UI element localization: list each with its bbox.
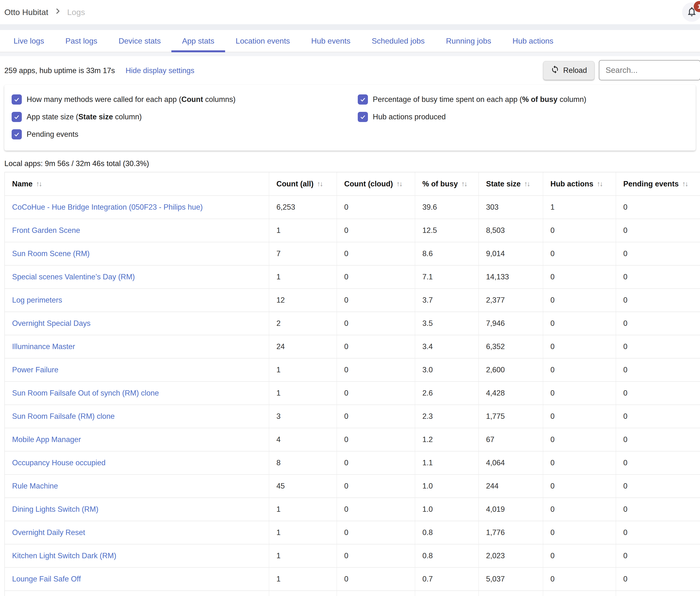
app-name-link[interactable]: Mobile App Manager (12, 435, 81, 444)
count-cloud-cell: 0 (337, 451, 415, 474)
busy-percent-cell: 7.1 (415, 266, 479, 288)
table-row: Special scenes Valentine’s Day (RM) 1 0 … (5, 266, 700, 289)
chevron-right-icon (53, 7, 62, 17)
app-name-link[interactable]: Log perimeters (12, 296, 62, 304)
checkbox-checked[interactable] (358, 94, 368, 105)
checkbox-checked[interactable] (358, 112, 368, 122)
sort-icon[interactable]: ↑↓ (461, 180, 467, 188)
busy-percent-cell: 0.7 (415, 591, 479, 596)
checkbox-checked[interactable] (11, 112, 22, 122)
app-name-link[interactable]: Power Failure (12, 366, 58, 374)
hub-actions-cell: 0 (543, 289, 616, 312)
app-name-link[interactable]: Front Garden Scene (12, 226, 80, 235)
pending-events-cell: 0 (616, 568, 700, 591)
reload-button[interactable]: Reload (543, 61, 595, 80)
sort-icon[interactable]: ↑↓ (36, 180, 42, 188)
table-row: CoCoHue - Hue Bridge Integration (050F23… (5, 196, 700, 219)
busy-percent-cell: 1.1 (415, 451, 479, 474)
tab-hub-events[interactable]: Hub events (301, 30, 361, 52)
tab-live-logs[interactable]: Live logs (3, 30, 55, 52)
tab-running-jobs[interactable]: Running jobs (435, 30, 502, 52)
pending-events-cell: 0 (616, 405, 700, 428)
busy-percent-cell: 1.2 (415, 428, 479, 451)
state-size-cell: 303 (479, 196, 543, 219)
checkbox-checked[interactable] (11, 129, 22, 140)
table-row: Sun Room Scene (RM) 7 0 8.6 9,014 0 0 (5, 242, 700, 266)
state-size-cell: 67 (479, 428, 543, 451)
state-size-cell: 7,946 (479, 312, 543, 335)
busy-percent-cell: 1.0 (415, 498, 479, 521)
app-name-link[interactable]: Occupancy House occupied (12, 458, 105, 467)
app-name-link[interactable]: Lounge Fail Safe Off (12, 575, 81, 583)
count-all-cell: 7 (269, 242, 337, 265)
app-name-link[interactable]: CoCoHue - Hue Bridge Integration (050F23… (12, 203, 203, 212)
app-name-link[interactable]: Overnight Daily Reset (12, 528, 85, 537)
busy-percent-cell: 0.7 (415, 568, 479, 591)
checkbox-checked[interactable] (11, 94, 22, 105)
tab-app-stats[interactable]: App stats (171, 30, 225, 52)
app-name-link[interactable]: Sun Room Failsafe Out of synch (RM) clon… (12, 389, 159, 397)
count-cloud-cell: 0 (337, 266, 415, 288)
table-row: Rule Machine 45 0 1.0 244 0 0 (5, 475, 700, 498)
pending-events-cell: 0 (616, 312, 700, 335)
app-name-link[interactable]: Rule Machine (12, 482, 58, 491)
tab-past-logs[interactable]: Past logs (55, 30, 108, 52)
app-name-link[interactable]: Overnight Special Days (12, 319, 91, 328)
pending-events-cell: 0 (616, 358, 700, 381)
hub-actions-cell: 0 (543, 358, 616, 381)
display-setting-option: How many methods were called for each ap… (11, 94, 358, 105)
app-name-link[interactable]: Special scenes Valentine’s Day (RM) (12, 273, 135, 281)
app-name-link[interactable]: Illuminance Master (12, 342, 75, 351)
table-body: CoCoHue - Hue Bridge Integration (050F23… (5, 196, 700, 596)
sort-icon[interactable]: ↑↓ (396, 180, 402, 188)
state-size-cell: 2,600 (479, 358, 543, 381)
column-header: Count (cloud) ↑↓ (337, 172, 415, 195)
sort-icon[interactable]: ↑↓ (682, 180, 688, 188)
hide-display-settings-link[interactable]: Hide display settings (126, 66, 194, 75)
tab-scheduled-jobs[interactable]: Scheduled jobs (361, 30, 435, 52)
count-all-cell: 12 (269, 289, 337, 312)
breadcrumb-hub-name[interactable]: Otto Hubitat (4, 7, 48, 17)
state-size-cell: 1,775 (479, 405, 543, 428)
table-row: Log perimeters 12 0 3.7 2,377 0 0 (5, 289, 700, 312)
display-setting-option: Pending events (11, 129, 358, 140)
count-all-cell: 1 (269, 382, 337, 404)
hub-actions-cell: 0 (543, 312, 616, 335)
display-setting-option: App state size (State size column) (11, 112, 358, 122)
tab-location-events[interactable]: Location events (225, 30, 301, 52)
hub-actions-cell: 0 (543, 544, 616, 567)
sort-icon[interactable]: ↑↓ (317, 180, 322, 188)
count-all-cell: 24 (269, 335, 337, 358)
tab-device-stats[interactable]: Device stats (108, 30, 171, 52)
app-name-link[interactable]: Kitchen Light Switch Dark (RM) (12, 551, 117, 560)
table-row: Occupancy House occupied 8 0 1.1 4,064 0… (5, 451, 700, 475)
hub-actions-cell: 0 (543, 219, 616, 242)
tab-hub-actions[interactable]: Hub actions (502, 30, 564, 52)
count-all-cell: 6,253 (269, 196, 337, 219)
count-all-cell: 45 (269, 475, 337, 497)
busy-percent-cell: 3.0 (415, 358, 479, 381)
top-bar: Otto Hubitat Logs 1 (0, 0, 700, 24)
state-size-cell: 4,064 (479, 451, 543, 474)
count-cloud-cell: 0 (337, 405, 415, 428)
pending-events-cell: 0 (616, 289, 700, 312)
busy-percent-cell: 12.5 (415, 219, 479, 242)
pending-events-cell: 0 (616, 266, 700, 288)
count-cloud-cell: 0 (337, 521, 415, 544)
sort-icon[interactable]: ↑↓ (597, 180, 602, 188)
table-row: Sun Room Failsafe Out of synch (RM) clon… (5, 382, 700, 405)
hub-actions-cell: 0 (543, 405, 616, 428)
sort-icon[interactable]: ↑↓ (524, 180, 530, 188)
stats-toolbar: 259 apps, hub uptime is 33m 17s Hide dis… (4, 59, 696, 82)
app-name-link[interactable]: Sun Room Scene (RM) (12, 249, 90, 258)
display-setting-label: How many methods were called for each ap… (27, 95, 235, 104)
app-name-link[interactable]: Sun Room Failsafe (RM) clone (12, 412, 115, 421)
count-cloud-cell: 0 (337, 196, 415, 219)
table-row: Sun Room Failsafe (RM) clone 3 0 2.3 1,7… (5, 405, 700, 428)
column-header: State size ↑↓ (479, 172, 543, 195)
notifications-button[interactable]: 1 (682, 2, 700, 22)
search-input[interactable] (599, 60, 700, 80)
hub-actions-cell: 0 (543, 591, 616, 596)
app-name-link[interactable]: Dining Lights Switch (RM) (12, 505, 99, 514)
count-all-cell: 1 (269, 358, 337, 381)
